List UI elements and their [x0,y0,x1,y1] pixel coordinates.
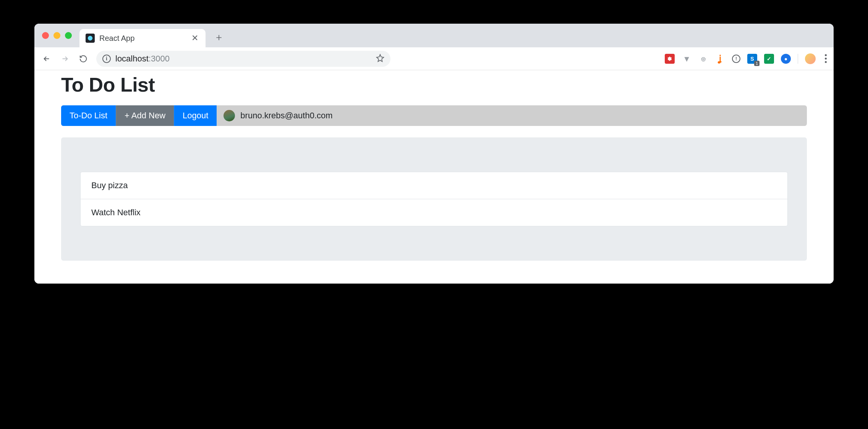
user-email: bruno.krebs@auth0.com [240,111,332,121]
list-item[interactable]: Watch Netflix [81,199,787,226]
new-tab-button[interactable]: ＋ [213,31,225,43]
react-favicon-icon: ⚛ [86,34,95,43]
page-content: To Do List To-Do List + Add New Logout b… [34,73,834,284]
app-navbar: To-Do List + Add New Logout bruno.krebs@… [61,105,807,126]
browser-window: ⚛ React App ✕ ＋ i localhost:3000 ✽ ▾ [34,24,834,284]
arrow-left-icon [42,55,51,63]
extension-badge: 1 [754,61,760,66]
separator [798,54,798,64]
minimize-window-button[interactable] [53,32,60,39]
nav-todo-list[interactable]: To-Do List [61,105,116,126]
browser-toolbar: i localhost:3000 ✽ ▾ ◎ ʝ ! S 1 ✓ ● [34,47,834,70]
extensions-area: ✽ ▾ ◎ ʝ ! S 1 ✓ ● [665,53,829,64]
avatar [223,110,235,121]
todo-card: Buy pizza Watch Netflix [61,137,807,261]
tab-strip: ⚛ React App ✕ ＋ [34,24,834,47]
arrow-right-icon [61,55,69,63]
browser-tab[interactable]: ⚛ React App ✕ [79,29,206,47]
reload-icon [79,55,87,63]
nav-user: bruno.krebs@auth0.com [217,110,339,121]
extension-icon[interactable]: ʝ [715,54,725,64]
extension-icon[interactable]: ● [781,54,791,64]
back-button[interactable] [39,51,54,66]
forward-button[interactable] [57,51,73,66]
maximize-window-button[interactable] [65,32,72,39]
site-info-icon[interactable]: i [102,55,111,63]
star-icon [376,54,384,62]
nav-add-new[interactable]: + Add New [116,105,174,126]
extension-icon[interactable]: ✓ [764,54,774,64]
url-text: localhost:3000 [115,54,170,64]
vue-extension-icon[interactable]: ▾ [682,54,691,64]
url-port: :3000 [149,54,170,63]
bookmark-button[interactable] [376,54,384,64]
reload-button[interactable] [76,51,91,66]
page-title: To Do List [61,73,807,96]
url-host: localhost [115,54,149,63]
extension-icon[interactable]: ✽ [665,54,675,64]
tab-title: React App [99,34,134,43]
address-bar[interactable]: i localhost:3000 [96,51,390,67]
profile-button[interactable] [805,53,816,64]
todo-list: Buy pizza Watch Netflix [80,172,788,226]
close-tab-button[interactable]: ✕ [190,34,199,43]
list-item[interactable]: Buy pizza [81,172,787,199]
extension-icon[interactable]: ! [732,55,740,63]
window-controls [42,32,72,39]
extension-with-badge[interactable]: S 1 [747,54,757,64]
nav-logout[interactable]: Logout [174,105,217,126]
extension-icon[interactable]: ◎ [698,54,708,64]
close-window-button[interactable] [42,32,49,39]
browser-menu-button[interactable] [823,54,829,63]
